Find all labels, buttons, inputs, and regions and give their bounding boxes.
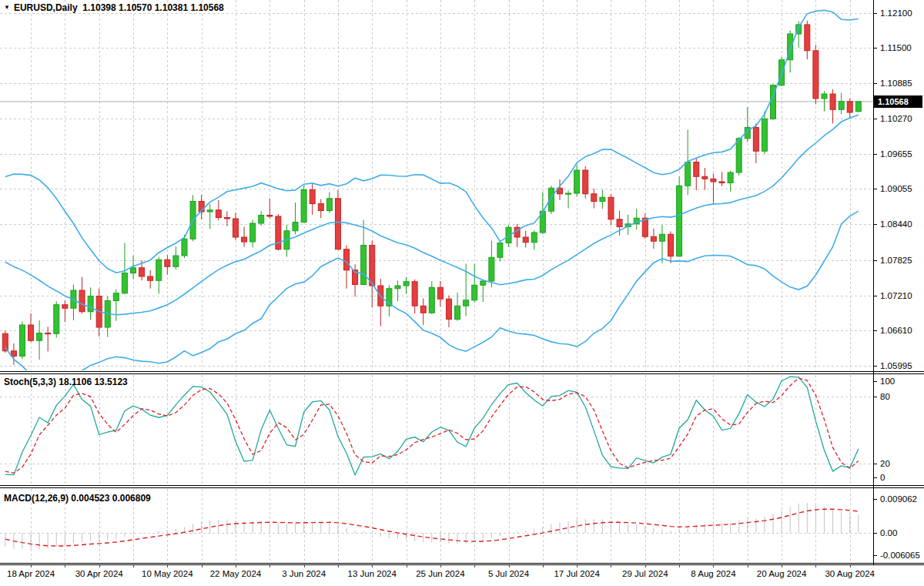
candle-body xyxy=(293,223,298,231)
candle-body xyxy=(617,219,622,227)
price-axis-label[interactable]: 1.10270 xyxy=(880,114,912,123)
price-axis-label[interactable]: 1.09055 xyxy=(880,184,912,193)
date-axis-label[interactable]: 3 Jun 2024 xyxy=(282,569,326,578)
candle-body xyxy=(566,193,571,194)
date-axis-label[interactable]: 8 Aug 2024 xyxy=(691,569,736,578)
candle-body xyxy=(822,94,827,99)
price-axis-label[interactable]: 1.11500 xyxy=(880,43,912,52)
candle-body xyxy=(216,210,221,218)
date-axis-label[interactable]: 18 Apr 2024 xyxy=(7,569,55,578)
candle-body xyxy=(318,204,323,211)
candle-body xyxy=(677,186,682,256)
macd-axis-label[interactable]: 0.009062 xyxy=(880,494,917,504)
candle-body xyxy=(45,333,51,334)
candle-body xyxy=(591,194,597,202)
candle-body xyxy=(403,282,409,286)
candle-body xyxy=(480,281,486,285)
date-axis-label[interactable]: 30 Apr 2024 xyxy=(75,569,124,578)
price-axis-label[interactable]: 1.08440 xyxy=(880,219,912,229)
candle-body xyxy=(762,119,767,151)
candle-body xyxy=(685,162,691,186)
candle-body xyxy=(301,190,306,223)
candle-body xyxy=(173,256,179,266)
candle-body xyxy=(531,233,537,243)
candle-body xyxy=(259,216,264,224)
candle-body xyxy=(651,236,656,241)
symbol-ohlc-text: EURUSD,Daily 1.10398 1.10570 1.10381 1.1… xyxy=(14,2,224,13)
candle-body xyxy=(429,287,434,313)
candle-body xyxy=(608,197,614,219)
macd-indicator-label: MACD(12,26,9) 0.004523 0.006809 xyxy=(4,493,151,504)
candle-body xyxy=(694,162,699,177)
candle-body xyxy=(54,305,59,334)
current-price-tag: 1.10568 xyxy=(874,95,922,108)
candle-body xyxy=(122,273,127,293)
stoch-axis-label[interactable]: 80 xyxy=(880,392,890,401)
price-axis-label[interactable]: 1.07210 xyxy=(880,291,912,300)
candle-body xyxy=(839,102,844,110)
stoch-axis-label[interactable]: 0 xyxy=(880,473,885,482)
candle-body xyxy=(719,182,725,183)
candle-body xyxy=(79,290,85,312)
candle-body xyxy=(19,325,25,357)
candle-body xyxy=(224,218,229,219)
date-axis-label[interactable]: 17 Jul 2024 xyxy=(554,569,600,578)
candle-body xyxy=(242,237,247,242)
candle-body xyxy=(464,300,469,306)
price-axis-label[interactable]: 1.10885 xyxy=(880,79,912,88)
price-axis-label[interactable]: 1.05995 xyxy=(880,361,912,370)
candle-body xyxy=(805,25,810,51)
candle-body xyxy=(711,179,716,182)
candle-body xyxy=(207,210,213,212)
candle-body xyxy=(455,306,460,319)
macd-axis-label[interactable]: -0.006065 xyxy=(880,551,920,560)
candle-body xyxy=(728,172,733,183)
macd-axis-label[interactable]: 0.00 xyxy=(880,528,897,537)
candle-body xyxy=(370,246,375,286)
candle-body xyxy=(420,306,426,313)
price-axis-label[interactable]: 1.06610 xyxy=(880,326,912,335)
candle-body xyxy=(736,139,742,172)
candle-body xyxy=(182,239,187,256)
candle-body xyxy=(88,296,93,312)
candle-body xyxy=(668,234,674,256)
candle-body xyxy=(148,276,153,280)
date-axis-label[interactable]: 25 Jun 2024 xyxy=(416,569,465,578)
candle-body xyxy=(310,190,315,204)
candle-body xyxy=(395,286,400,289)
price-axis-label[interactable]: 1.07825 xyxy=(880,256,912,265)
stoch-indicator-label: Stoch(5,3,3) 18.1106 13.5123 xyxy=(4,377,128,387)
candle-body xyxy=(113,293,119,301)
chart-header: ▼ EURUSD,Daily 1.10398 1.10570 1.10381 1… xyxy=(4,2,224,13)
date-axis-label[interactable]: 20 Aug 2024 xyxy=(757,569,807,578)
main-chart-panel[interactable] xyxy=(0,0,873,370)
candle-body xyxy=(37,333,42,341)
candle-body xyxy=(2,333,8,351)
date-axis-label[interactable]: 29 Jul 2024 xyxy=(622,569,668,578)
stoch-axis-label[interactable]: 20 xyxy=(880,459,890,468)
candle-body xyxy=(361,246,367,285)
date-axis-label[interactable]: 10 May 2024 xyxy=(142,569,193,578)
date-axis-label[interactable]: 22 May 2024 xyxy=(210,569,262,578)
candle-body xyxy=(574,170,580,193)
candle-body xyxy=(855,102,861,112)
date-axis-label[interactable]: 13 Jun 2024 xyxy=(348,569,397,578)
stoch-axis-label[interactable]: 100 xyxy=(880,377,895,386)
candle-body xyxy=(702,176,708,179)
candle-body xyxy=(753,128,758,152)
candle-body xyxy=(847,102,852,112)
candle-body xyxy=(437,287,443,299)
candle-body xyxy=(583,170,588,194)
symbol-dropdown-icon[interactable]: ▼ xyxy=(4,4,10,12)
candle-body xyxy=(813,51,819,99)
candle-body xyxy=(446,299,451,319)
price-axis-label[interactable]: 1.09655 xyxy=(880,149,912,159)
candle-body xyxy=(165,260,170,266)
candle-body xyxy=(472,285,477,300)
candle-body xyxy=(412,282,417,306)
price-axis-label[interactable]: 1.12100 xyxy=(880,8,912,18)
candle-body xyxy=(326,199,332,211)
date-axis-label[interactable]: 5 Jul 2024 xyxy=(488,569,530,578)
date-axis-label[interactable]: 30 Aug 2024 xyxy=(825,569,875,578)
candle-body xyxy=(250,223,256,242)
